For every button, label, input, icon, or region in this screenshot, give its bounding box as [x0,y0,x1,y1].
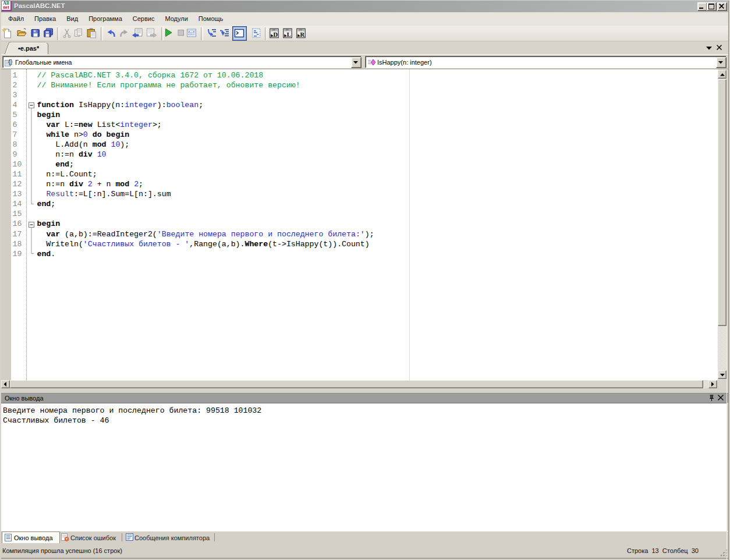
svg-text:L: L [287,31,291,38]
svg-text:R: R [300,31,304,38]
svg-text:D: D [273,31,278,38]
